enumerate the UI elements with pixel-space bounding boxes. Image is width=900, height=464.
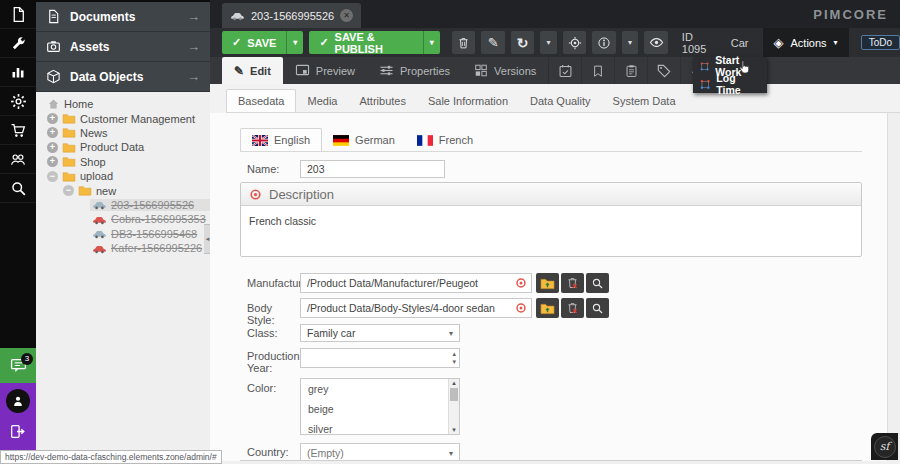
car-icon (92, 214, 107, 225)
spinner-up-icon[interactable]: ▴ (452, 350, 456, 358)
german-flag-icon (333, 135, 349, 146)
actions-button[interactable]: ◈ Actions ▾ (763, 28, 849, 57)
documents-icon[interactable] (0, 0, 36, 29)
tab-sale-information[interactable]: Sale Information (417, 90, 519, 112)
vertical-scrollbar[interactable] (887, 113, 900, 464)
color-option-beige[interactable]: beige (301, 399, 459, 419)
tab-edit[interactable]: ✎Edit (222, 57, 283, 84)
menu-item-start-work[interactable]: Start Work (693, 57, 767, 75)
reload-button[interactable]: ↻ (511, 31, 535, 54)
tab-preview[interactable]: Preview (283, 57, 367, 84)
scroll-down-icon[interactable]: ▾ (449, 426, 459, 434)
reports-icon[interactable] (0, 58, 36, 87)
reload-icon: ↻ (517, 35, 529, 51)
manufacturer-search-button[interactable] (586, 273, 609, 293)
tab-lang-french[interactable]: French (406, 129, 484, 151)
tab-lang-english[interactable]: English (240, 128, 322, 151)
production-year-stepper[interactable]: ▴ ▾ (300, 348, 460, 368)
tab-properties[interactable]: Properties (367, 57, 462, 84)
plus-icon[interactable]: + (47, 156, 58, 167)
description-value[interactable]: French classic (241, 206, 861, 236)
tab-media[interactable]: Media (296, 90, 348, 112)
customers-icon[interactable] (0, 145, 36, 174)
minus-icon[interactable]: − (47, 171, 58, 182)
target-icon (568, 36, 582, 50)
settings-icon[interactable] (0, 87, 36, 116)
tree-item-203[interactable]: 203-1566995526 (36, 198, 210, 212)
plus-icon[interactable]: + (47, 142, 58, 153)
main-area: 203-1566995526 ✕ PIMCORE ✓SAVE ▾ ✓SAVE &… (210, 0, 900, 464)
reload-dropdown-caret[interactable]: ▾ (540, 31, 556, 54)
tree-item-news[interactable]: + News (36, 126, 210, 140)
manufacturer-open-button[interactable] (536, 273, 559, 293)
sliders-icon (379, 64, 394, 77)
tab-attributes[interactable]: Attributes (348, 90, 416, 112)
close-icon[interactable]: ✕ (340, 9, 353, 22)
save-dropdown-caret[interactable]: ▾ (286, 31, 303, 54)
body-style-open-button[interactable] (536, 298, 559, 318)
body-style-relation-field[interactable] (300, 298, 532, 318)
logout-button[interactable] (9, 423, 26, 440)
document-view-tabs: ✎Edit Preview Properties Versions ◈ (210, 57, 900, 84)
tab-system-data[interactable]: System Data (602, 90, 687, 112)
plus-icon[interactable]: + (47, 127, 58, 138)
color-option-grey[interactable]: grey (301, 379, 459, 399)
scroll-thumb[interactable] (450, 388, 458, 401)
info-button[interactable] (592, 31, 616, 54)
check-icon: ✓ (232, 36, 241, 49)
locate-in-tree-button[interactable] (563, 31, 587, 54)
save-publish-dropdown-caret[interactable]: ▾ (423, 31, 440, 54)
info-dropdown-caret[interactable]: ▾ (622, 31, 638, 54)
body-style-search-button[interactable] (586, 298, 609, 318)
tree-item-home[interactable]: Home (36, 97, 210, 111)
manufacturer-relation-field[interactable] (300, 273, 532, 293)
class-select[interactable]: Family car ▾ (300, 324, 460, 342)
pencil-icon: ✎ (234, 64, 244, 78)
tree-item-upload[interactable]: − upload (36, 169, 210, 183)
tab-bookmark[interactable] (581, 57, 614, 84)
delete-button[interactable] (452, 31, 476, 54)
symfony-toolbar-button[interactable]: sf (871, 433, 898, 460)
scroll-up-icon[interactable]: ▴ (449, 379, 459, 387)
relation-target-icon (515, 277, 527, 289)
manufacturer-label: Manufacturer: (247, 277, 299, 289)
open-document-tab[interactable]: 203-1566995526 ✕ (222, 3, 361, 28)
tab-tags[interactable] (647, 57, 680, 84)
car-icon (230, 10, 245, 21)
tree-item-cobra[interactable]: Cobra-1566995353 (36, 212, 210, 226)
tab-versions[interactable]: Versions (462, 57, 548, 84)
body-style-remove-button[interactable] (561, 298, 584, 318)
tree-item-kafer[interactable]: Kafer-1566995226 (36, 241, 210, 255)
color-option-silver[interactable]: silver (301, 419, 459, 439)
tree-item-new[interactable]: − new (36, 183, 210, 197)
ecommerce-cart-icon[interactable] (0, 116, 36, 145)
tab-lang-german[interactable]: German (322, 129, 406, 151)
tab-data-quality[interactable]: Data Quality (519, 90, 602, 112)
spinner-down-icon[interactable]: ▾ (452, 358, 456, 366)
plus-icon[interactable]: + (47, 113, 58, 124)
name-input[interactable] (300, 160, 445, 178)
rename-button[interactable]: ✎ (481, 31, 505, 54)
accordion-data-objects[interactable]: Data Objects → (36, 62, 210, 92)
save-button[interactable]: ✓SAVE ▾ (222, 31, 303, 54)
avatar[interactable] (6, 389, 30, 413)
tools-icon[interactable] (0, 29, 36, 58)
tab-basedata[interactable]: Basedata (226, 89, 296, 112)
tree-item-db3[interactable]: DB3-1566995468 (36, 227, 210, 241)
accordion-documents[interactable]: Documents → (36, 2, 210, 32)
tree-item-customer-management[interactable]: + Customer Management (36, 111, 210, 125)
notifications-button[interactable]: 3 (0, 348, 36, 383)
accordion-assets[interactable]: Assets → (36, 32, 210, 62)
color-multiselect[interactable]: grey beige silver ▴ ▾ (300, 378, 460, 435)
tab-notes[interactable] (614, 57, 647, 84)
tree-item-product-data[interactable]: + Product Data (36, 140, 210, 154)
save-and-publish-button[interactable]: ✓SAVE & PUBLISH ▾ (309, 31, 439, 54)
minus-icon[interactable]: − (63, 185, 74, 196)
open-in-browser-button[interactable] (644, 31, 668, 54)
todo-status-badge[interactable]: ToDo (861, 35, 900, 50)
tab-schedule[interactable] (548, 57, 581, 84)
list-scrollbar[interactable]: ▴ ▾ (448, 379, 459, 434)
search-icon[interactable] (0, 174, 36, 203)
tree-item-shop[interactable]: + Shop (36, 155, 210, 169)
manufacturer-remove-button[interactable] (561, 273, 584, 293)
